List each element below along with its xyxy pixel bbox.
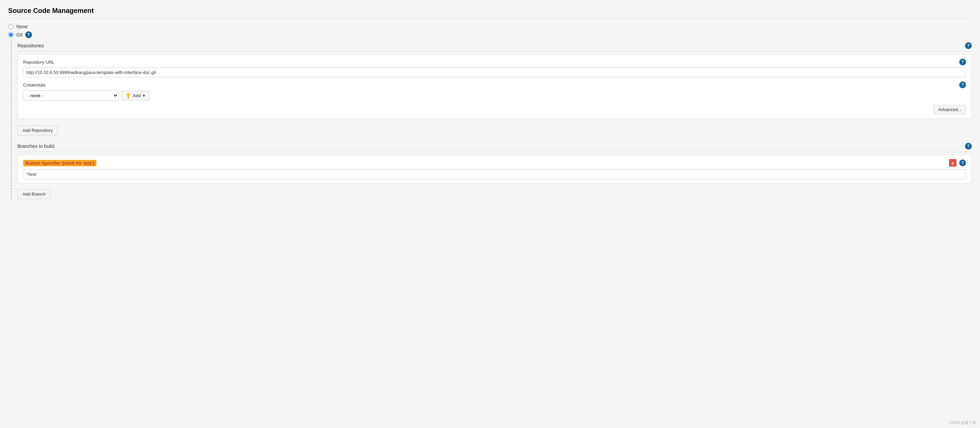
none-radio-label: None bbox=[16, 24, 28, 29]
delete-branch-button[interactable]: x bbox=[949, 159, 956, 167]
git-radio-item[interactable]: Git ? bbox=[8, 31, 972, 38]
credentials-field: Credentials ? - none - 🔑 Add ▾ bbox=[23, 81, 966, 101]
watermark: CSDN @孤子弟 bbox=[949, 420, 976, 425]
repositories-help-icon[interactable]: ? bbox=[965, 42, 972, 49]
branch-specifier-input[interactable] bbox=[23, 169, 966, 179]
git-help-icon[interactable]: ? bbox=[25, 31, 32, 38]
repo-url-header: Repository URL ? bbox=[23, 59, 966, 65]
branch-specifier-label: Branch Specifier (blank for 'any') bbox=[23, 160, 96, 166]
repository-box: Repository URL ? Credentials ? - none - … bbox=[18, 54, 972, 119]
git-section: Repositories ? Repository URL ? Credenti… bbox=[11, 40, 972, 199]
repo-url-label: Repository URL bbox=[23, 60, 54, 65]
repositories-header: Repositories ? bbox=[18, 40, 972, 51]
branch-field-header: Branch Specifier (blank for 'any') x ? bbox=[23, 159, 966, 167]
credentials-add-button[interactable]: 🔑 Add ▾ bbox=[121, 91, 150, 100]
git-radio-label: Git bbox=[16, 32, 22, 38]
branches-title: Branches to build bbox=[18, 143, 54, 149]
git-radio-input[interactable] bbox=[8, 32, 14, 38]
credentials-label: Credentials bbox=[23, 83, 46, 88]
add-btn-label: Add bbox=[133, 93, 141, 98]
branches-help-icon[interactable]: ? bbox=[965, 143, 972, 150]
branch-item: Branch Specifier (blank for 'any') x ? bbox=[18, 155, 972, 184]
advanced-row: Advanced... bbox=[23, 105, 966, 114]
branch-right-icons: x ? bbox=[949, 159, 966, 167]
branches-section: Branches to build ? Branch Specifier (bl… bbox=[18, 141, 972, 199]
credentials-row: - none - 🔑 Add ▾ bbox=[23, 90, 966, 101]
repositories-title: Repositories bbox=[18, 43, 44, 48]
repo-url-field: Repository URL ? bbox=[23, 59, 966, 77]
key-icon: 🔑 bbox=[125, 92, 132, 99]
credentials-help-icon[interactable]: ? bbox=[959, 81, 966, 88]
add-repository-button[interactable]: Add Repository bbox=[18, 126, 58, 135]
none-radio-input[interactable] bbox=[8, 24, 14, 29]
branches-header: Branches to build ? bbox=[18, 141, 972, 152]
repo-url-help-icon[interactable]: ? bbox=[959, 59, 966, 65]
credentials-header: Credentials ? bbox=[23, 81, 966, 88]
page-title: Source Code Management bbox=[8, 7, 972, 18]
advanced-button[interactable]: Advanced... bbox=[934, 105, 966, 114]
repo-url-input[interactable] bbox=[23, 67, 966, 77]
credentials-select[interactable]: - none - bbox=[23, 90, 119, 101]
branch-specifier-help-icon[interactable]: ? bbox=[959, 159, 966, 166]
none-radio-item[interactable]: None bbox=[8, 24, 972, 29]
scm-radio-group: None Git ? bbox=[8, 24, 972, 38]
add-branch-button[interactable]: Add Branch bbox=[18, 189, 51, 199]
add-dropdown-arrow: ▾ bbox=[143, 93, 145, 98]
